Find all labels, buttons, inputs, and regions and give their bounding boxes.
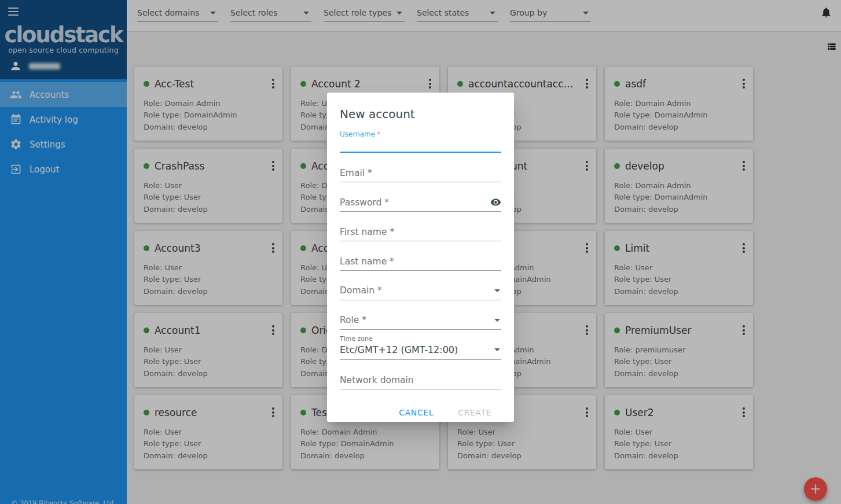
domain-select-label: Domain * xyxy=(340,285,382,296)
role-select-label: Role * xyxy=(340,315,366,325)
chevron-down-icon xyxy=(494,319,500,322)
time-zone-select[interactable]: Time zone Etc/GMT+12 (GMT-12:00) xyxy=(340,335,501,360)
dialog-title: New account xyxy=(340,93,501,121)
create-button[interactable]: CREATE xyxy=(457,403,493,422)
time-zone-label: Time zone xyxy=(340,335,501,343)
new-account-dialog: New account Username* Domain * Role * Ti… xyxy=(327,93,514,422)
chevron-down-icon xyxy=(494,348,500,351)
eye-icon xyxy=(490,197,501,208)
domain-select[interactable]: Domain * xyxy=(340,271,501,300)
role-select[interactable]: Role * xyxy=(340,300,501,330)
username-label: Username xyxy=(340,130,375,138)
chevron-down-icon xyxy=(494,289,500,292)
username-input[interactable] xyxy=(340,141,501,153)
email-field xyxy=(340,153,501,182)
dialog-actions: CANCEL CREATE xyxy=(340,403,501,422)
network-domain-input[interactable] xyxy=(340,375,501,389)
password-field xyxy=(340,182,501,212)
email-input[interactable] xyxy=(340,168,501,182)
last-name-field xyxy=(340,241,501,271)
username-field: Username* xyxy=(340,128,501,153)
required-asterisk: * xyxy=(377,130,380,138)
first-name-field xyxy=(340,212,501,241)
cancel-button[interactable]: CANCEL xyxy=(398,403,435,422)
first-name-input[interactable] xyxy=(340,227,501,241)
toggle-password-visibility-button[interactable] xyxy=(490,197,501,208)
network-domain-field xyxy=(340,360,501,389)
password-input[interactable] xyxy=(340,197,501,212)
last-name-input[interactable] xyxy=(340,256,501,271)
time-zone-value: Etc/GMT+12 (GMT-12:00) xyxy=(340,344,458,355)
